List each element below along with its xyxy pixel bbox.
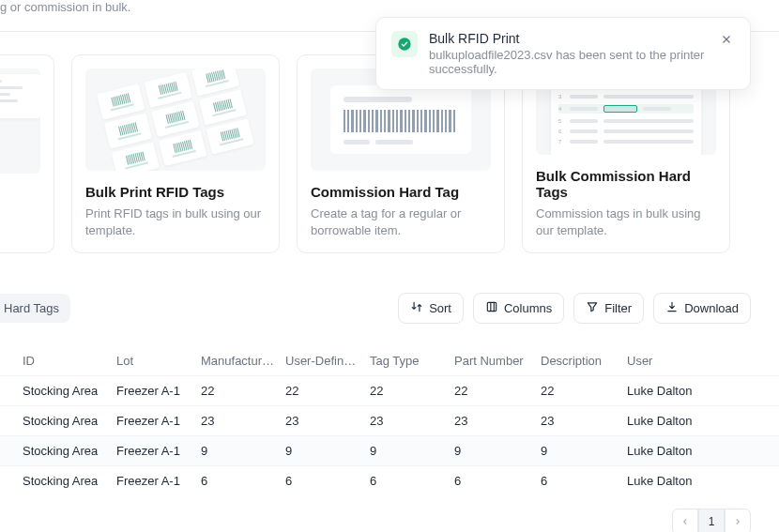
- columns-icon: [485, 300, 498, 316]
- table-controls: Hard Tags Sort Columns Filter Download: [0, 293, 779, 324]
- card-title: Commission Hard Tag: [311, 184, 491, 200]
- col-lot[interactable]: Lot: [116, 354, 201, 368]
- table-cell: 9: [541, 444, 627, 458]
- table-cell: Freezer A-1: [116, 444, 201, 458]
- table-cell: 23: [370, 414, 454, 428]
- sort-button[interactable]: Sort: [398, 293, 464, 324]
- table-cell: 6: [541, 474, 627, 488]
- col-user[interactable]: User: [627, 354, 702, 368]
- table-cell: 22: [541, 384, 627, 398]
- table-cell: 23: [454, 414, 541, 428]
- filter-pill-hard-tags[interactable]: Hard Tags: [0, 294, 70, 323]
- card-thumb: [0, 68, 40, 174]
- card-bulk-print-rfid[interactable]: Bulk Print RFID Tags Print RFID tags in …: [71, 54, 280, 253]
- table-row[interactable]: Stocking AreaFreezer A-199999Luke Dalton: [0, 435, 779, 465]
- svg-point-0: [398, 38, 410, 50]
- table-row[interactable]: Stocking AreaFreezer A-166666Luke Dalton: [0, 465, 779, 495]
- col-tag-type[interactable]: Tag Type: [370, 354, 454, 368]
- table-cell: Stocking Area: [23, 474, 116, 488]
- col-manufacturer[interactable]: Manufacturer…: [201, 354, 285, 368]
- col-part-number[interactable]: Part Number: [454, 354, 541, 368]
- pagination: 1: [0, 495, 779, 532]
- download-label: Download: [684, 301, 739, 315]
- table-cell: Luke Dalton: [627, 384, 702, 398]
- data-table: ID Lot Manufacturer… User-Defined… Tag T…: [0, 346, 779, 495]
- table-cell: 9: [285, 444, 370, 458]
- col-user-defined[interactable]: User-Defined…: [285, 354, 370, 368]
- pagination-next[interactable]: [725, 509, 751, 532]
- table-cell: 23: [541, 414, 627, 428]
- download-icon: [665, 300, 679, 316]
- card-desc: Create a tag for a regular or borrowable…: [311, 205, 491, 239]
- table-row[interactable]: Stocking AreaFreezer A-12222222222Luke D…: [0, 375, 779, 405]
- table-cell: Luke Dalton: [627, 444, 702, 458]
- toast-title: Bulk RFID Print: [429, 31, 718, 46]
- table-cell: Stocking Area: [23, 384, 116, 398]
- sort-icon: [410, 300, 423, 316]
- table-cell: 6: [285, 474, 370, 488]
- table-cell: 23: [201, 414, 285, 428]
- table-cell: Freezer A-1: [116, 384, 201, 398]
- table-row[interactable]: Stocking AreaFreezer A-12323232323Luke D…: [0, 405, 779, 435]
- table-cell: 6: [454, 474, 541, 488]
- table-cell: 9: [370, 444, 454, 458]
- filter-button[interactable]: Filter: [573, 293, 644, 324]
- table-cell: 22: [370, 384, 454, 398]
- pagination-page-1[interactable]: 1: [698, 509, 725, 532]
- pagination-prev[interactable]: [672, 509, 698, 532]
- table-cell: 9: [201, 444, 285, 458]
- success-icon: [391, 31, 418, 57]
- table-cell: 22: [285, 384, 370, 398]
- columns-button[interactable]: Columns: [473, 293, 564, 324]
- table-cell: 23: [285, 414, 370, 428]
- table-cell: 22: [454, 384, 541, 398]
- table-cell: Luke Dalton: [627, 474, 702, 488]
- table-cell: 9: [454, 444, 541, 458]
- filter-label: Filter: [604, 301, 632, 315]
- col-id[interactable]: ID: [23, 354, 116, 368]
- table-cell: 6: [370, 474, 454, 488]
- toast-message: bulkuploadfile2023.csv has been sent to …: [429, 48, 718, 76]
- download-button[interactable]: Download: [653, 293, 751, 324]
- subheader-text: g or commission in bulk.: [0, 0, 130, 14]
- card-partial[interactable]: [0, 54, 54, 253]
- sort-label: Sort: [429, 301, 451, 315]
- col-description[interactable]: Description: [541, 354, 627, 368]
- table-cell: 22: [201, 384, 285, 398]
- card-title: Bulk Commission Hard Tags: [536, 168, 716, 200]
- svg-rect-1: [487, 302, 496, 311]
- table-cell: Luke Dalton: [627, 414, 702, 428]
- toast-close-button[interactable]: [718, 31, 735, 51]
- table-cell: Freezer A-1: [116, 474, 201, 488]
- table-cell: Stocking Area: [23, 444, 116, 458]
- table-header-row: ID Lot Manufacturer… User-Defined… Tag T…: [0, 346, 779, 375]
- filter-icon: [586, 300, 599, 316]
- card-desc: Print RFID tags in bulk using our templa…: [85, 205, 266, 239]
- table-cell: 6: [201, 474, 285, 488]
- card-title: Bulk Print RFID Tags: [85, 184, 266, 200]
- toast-notification: Bulk RFID Print bulkuploadfile2023.csv h…: [375, 17, 751, 90]
- card-thumb: [85, 68, 266, 171]
- table-cell: Stocking Area: [23, 414, 116, 428]
- table-cell: Freezer A-1: [116, 414, 201, 428]
- card-desc: Commission tags in bulk using our templa…: [536, 205, 716, 239]
- columns-label: Columns: [504, 301, 552, 315]
